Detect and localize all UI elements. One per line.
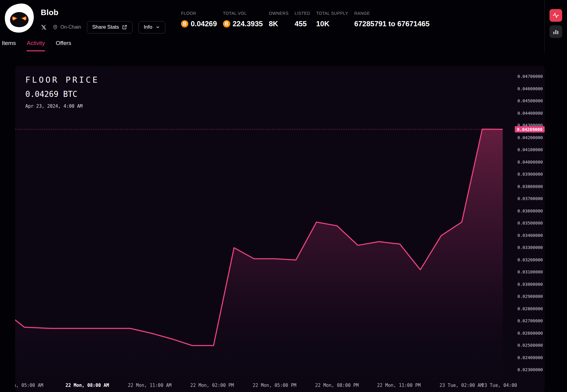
- y-axis-label: 0.04400000: [518, 111, 543, 116]
- y-axis-label: 0.03700000: [518, 196, 543, 201]
- y-axis-label: 0.03600000: [518, 209, 543, 213]
- x-axis-label: 23 Tue, 04:00: [482, 383, 517, 388]
- share-stats-label: Share Stats: [92, 24, 119, 30]
- stat-listed-value: 455: [295, 20, 307, 28]
- y-axis-label: 0.04000000: [518, 160, 543, 164]
- bar-chart-view-button[interactable]: [549, 25, 562, 38]
- stat-floor-value: 0.04269: [191, 20, 217, 28]
- btc-icon: B: [223, 20, 230, 27]
- pulse-line-icon: [552, 12, 559, 19]
- blob-logo-icon: [4, 3, 34, 33]
- info-label: Info: [144, 24, 152, 30]
- y-axis-label: 0.04200000: [518, 135, 543, 140]
- collection-title: Blob: [41, 8, 165, 17]
- chart-overlay: FLOOR PRICE 0.04269 BTC Apr 23, 2024, 4:…: [25, 75, 99, 109]
- y-axis-label: 0.03200000: [518, 257, 543, 262]
- y-axis-label: 0.03500000: [518, 221, 543, 225]
- x-axis-label: 22 Mon, 11:00 PM: [377, 383, 421, 388]
- y-axis-label: 0.03900000: [518, 172, 543, 177]
- y-axis-label: 0.04500000: [518, 98, 543, 103]
- collection-info: Blob On-Chain Share Stats Info: [41, 8, 165, 33]
- x-axis-label: 23 Tue, 02:00 AM: [439, 383, 483, 388]
- x-axis-label: 22 Mon, 05:00 AM: [15, 383, 43, 388]
- stat-total-vol: TOTAL VOL B 224.3935: [223, 11, 263, 28]
- stat-total-supply: TOTAL SUPPLY 10K: [316, 11, 348, 28]
- x-twitter-icon[interactable]: [41, 24, 46, 30]
- y-axis-label: 0.04600000: [518, 86, 543, 91]
- y-axis-label: 0.02900000: [518, 294, 543, 299]
- onchain-label: On-Chain: [60, 24, 81, 30]
- floor-price-chart-card[interactable]: FLOOR PRICE 0.04269 BTC Apr 23, 2024, 4:…: [15, 66, 545, 392]
- y-axis-label: 0.03000000: [518, 282, 543, 287]
- chevron-down-icon: [155, 25, 160, 30]
- onchain-badge[interactable]: On-Chain: [53, 24, 81, 30]
- collection-logo: [4, 3, 34, 33]
- stat-total-vol-value: 224.3935: [233, 20, 263, 28]
- y-axis-label: 0.03800000: [518, 184, 543, 189]
- x-axis: 22 Mon, 05:00 AM22 Mon, 08:00 AM22 Mon, …: [15, 383, 503, 390]
- stat-listed: LISTED 455: [295, 11, 310, 28]
- x-axis-label: 22 Mon, 08:00 PM: [315, 383, 359, 388]
- onchain-shield-icon: [53, 24, 58, 30]
- stat-total-supply-value: 10K: [316, 20, 330, 28]
- x-axis-label: 22 Mon, 05:00 PM: [253, 383, 296, 388]
- x-axis-label: 22 Mon, 11:00 AM: [128, 383, 172, 388]
- chart-current-price: 0.04269 BTC: [25, 90, 99, 99]
- stat-owners-value: 8K: [269, 20, 278, 28]
- btc-icon: B: [181, 20, 188, 27]
- tab-bar: Items Activity Offers: [2, 40, 71, 51]
- stat-owners: OWNERS 8K: [269, 11, 288, 28]
- bar-chart-icon: [553, 28, 559, 35]
- x-axis-label: 22 Mon, 08:00 AM: [65, 383, 109, 388]
- tab-offers[interactable]: Offers: [56, 40, 71, 51]
- y-axis-label: 0.03100000: [518, 269, 543, 274]
- y-axis-label: 0.02400000: [518, 355, 543, 360]
- chart-view-rail: [544, 0, 567, 53]
- y-axis-label: 0.02700000: [518, 318, 543, 323]
- y-axis-label: 0.04100000: [518, 147, 543, 152]
- y-axis-label: 0.03300000: [518, 245, 543, 250]
- y-axis-label: 0.04700000: [518, 74, 543, 79]
- current-price-tag: 0.04269000: [515, 126, 545, 132]
- chart-hover-date: Apr 23, 2024, 4:00 AM: [25, 104, 99, 109]
- stats-bar: FLOOR B 0.04269 TOTAL VOL B 224.3935 OWN…: [181, 11, 429, 28]
- y-axis-label: 0.03400000: [518, 233, 543, 238]
- header: Blob On-Chain Share Stats Info FLOOR B: [0, 0, 567, 53]
- info-button[interactable]: Info: [139, 21, 165, 33]
- stat-floor: FLOOR B 0.04269: [181, 11, 217, 28]
- y-axis-label: 0.02300000: [518, 367, 543, 372]
- y-axis-label: 0.02800000: [518, 306, 543, 311]
- line-chart-view-button[interactable]: [549, 9, 562, 22]
- price-line-plot[interactable]: [15, 66, 503, 380]
- stat-range: RANGE 67285791 to 67671465: [354, 11, 430, 28]
- tab-activity[interactable]: Activity: [27, 40, 45, 51]
- share-stats-button[interactable]: Share Stats: [87, 21, 132, 33]
- x-axis-label: 22 Mon, 02:00 PM: [190, 383, 234, 388]
- external-link-icon: [122, 24, 127, 30]
- y-axis-label: 0.02500000: [518, 343, 543, 348]
- chart-title: FLOOR PRICE: [25, 75, 99, 84]
- tab-items[interactable]: Items: [2, 40, 16, 51]
- y-axis-label: 0.02600000: [518, 331, 543, 336]
- y-axis: 0.047000000.046000000.045000000.04400000…: [516, 66, 545, 392]
- stat-range-value: 67285791 to 67671465: [354, 20, 430, 28]
